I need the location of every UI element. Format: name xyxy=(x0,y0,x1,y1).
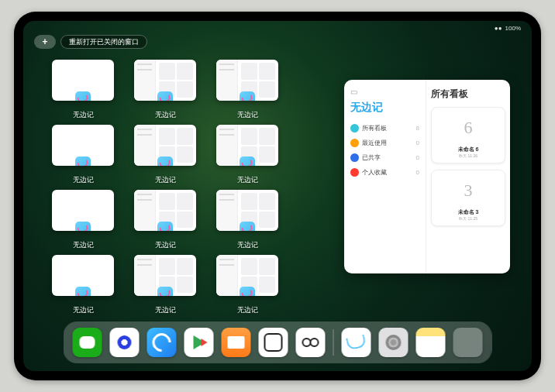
app-window[interactable]: 无边记 xyxy=(133,60,197,120)
add-button[interactable]: + xyxy=(34,35,56,49)
window-thumbnail[interactable] xyxy=(134,125,196,166)
wifi-icon: ●● xyxy=(495,25,502,32)
sidebar-item-label: 个人收藏 xyxy=(362,168,387,177)
window-label: 无边记 xyxy=(155,305,176,315)
window-thumbnail[interactable] xyxy=(216,60,278,101)
panel-main: 所有看板 6未命名 6昨天 11:263未命名 3昨天 11:25 xyxy=(426,80,510,273)
board-timestamp: 昨天 11:26 xyxy=(459,153,477,158)
freeform-badge-icon xyxy=(240,156,255,166)
window-thumbnail[interactable] xyxy=(216,255,278,296)
window-label: 无边记 xyxy=(155,240,176,250)
app-window[interactable]: 无边记 xyxy=(133,190,197,250)
sidebar-item[interactable]: 个人收藏0 xyxy=(350,165,419,180)
freeform-badge-icon xyxy=(157,156,173,166)
window-label: 无边记 xyxy=(73,240,94,250)
app-window[interactable]: 无边记 xyxy=(133,125,197,185)
board-thumbnail: 6 xyxy=(450,112,487,143)
dock-separator xyxy=(333,329,334,356)
browser-icon[interactable] xyxy=(147,328,177,357)
window-thumbnail[interactable] xyxy=(134,190,196,231)
sidebar-item[interactable]: 已共享0 xyxy=(350,150,419,165)
window-label: 无边记 xyxy=(73,305,94,315)
wechat-icon[interactable] xyxy=(73,328,102,357)
sidebar-toggle-icon[interactable]: ▭ xyxy=(350,88,419,96)
play-icon[interactable] xyxy=(184,328,214,357)
top-controls: + 重新打开已关闭的窗口 xyxy=(34,35,147,49)
window-thumbnail[interactable] xyxy=(134,60,196,101)
window-label: 无边记 xyxy=(237,240,258,250)
sidebar-item-label: 所有看板 xyxy=(362,124,387,132)
sidebar-item-count: 0 xyxy=(416,139,419,146)
notes-icon[interactable] xyxy=(416,328,446,357)
preview-panel[interactable]: ••• ▭ 无边记 所有看板8最近使用0已共享0个人收藏0 所有看板 6未命名 … xyxy=(344,80,510,273)
ipad-device-frame: ●● 100% + 重新打开已关闭的窗口 无边记无边记无边记无边记无边记无边记无… xyxy=(14,12,541,380)
sidebar-item-label: 已共享 xyxy=(362,153,381,162)
dock xyxy=(64,322,492,363)
sidebar-item-count: 8 xyxy=(416,125,419,132)
app-switcher-grid: 无边记无边记无边记无边记无边记无边记无边记无边记无边记无边记无边记无边记 xyxy=(51,60,279,315)
window-label: 无边记 xyxy=(237,305,258,315)
freeform-badge-icon xyxy=(75,222,91,231)
app-window[interactable]: 无边记 xyxy=(215,190,279,250)
window-thumbnail[interactable] xyxy=(52,125,114,166)
freeform-badge-icon xyxy=(157,287,173,296)
board-timestamp: 昨天 11:25 xyxy=(459,216,477,221)
screen: ●● 100% + 重新打开已关闭的窗口 无边记无边记无边记无边记无边记无边记无… xyxy=(23,21,532,371)
app-window[interactable]: 无边记 xyxy=(215,60,279,120)
status-bar: ●● 100% xyxy=(23,22,532,33)
quark-icon[interactable] xyxy=(110,328,140,357)
panel-sidebar: ▭ 无边记 所有看板8最近使用0已共享0个人收藏0 xyxy=(344,80,426,273)
window-label: 无边记 xyxy=(237,110,258,120)
app-window[interactable]: 无边记 xyxy=(51,255,115,315)
category-icon xyxy=(350,168,359,177)
app-window[interactable]: 无边记 xyxy=(133,255,197,315)
panel-title: 无边记 xyxy=(350,101,419,115)
books-icon[interactable] xyxy=(222,328,251,357)
freeform-badge-icon xyxy=(157,91,173,101)
category-icon xyxy=(350,139,359,147)
link-icon[interactable] xyxy=(296,328,326,357)
settings-icon[interactable] xyxy=(379,328,408,357)
window-label: 无边记 xyxy=(73,110,94,120)
window-label: 无边记 xyxy=(155,175,176,185)
freeform-icon[interactable] xyxy=(342,328,371,357)
freeform-badge-icon xyxy=(75,156,91,166)
sidebar-item-label: 最近使用 xyxy=(362,139,387,147)
window-thumbnail[interactable] xyxy=(216,125,278,166)
window-label: 无边记 xyxy=(237,175,258,185)
panel-right-title: 所有看板 xyxy=(431,88,505,101)
window-thumbnail[interactable] xyxy=(216,190,278,231)
sidebar-item-count: 0 xyxy=(416,169,419,176)
app-window[interactable]: 无边记 xyxy=(51,125,115,185)
board-label: 未命名 3 xyxy=(458,208,479,216)
app-window[interactable]: 无边记 xyxy=(215,125,279,185)
category-icon xyxy=(350,153,359,162)
freeform-badge-icon xyxy=(75,91,91,101)
window-thumbnail[interactable] xyxy=(52,60,114,101)
app-window[interactable]: 无边记 xyxy=(51,190,115,250)
sidebar-item[interactable]: 最近使用0 xyxy=(350,136,419,150)
window-thumbnail[interactable] xyxy=(134,255,196,296)
dice-icon[interactable] xyxy=(259,328,288,357)
freeform-badge-icon xyxy=(240,222,255,231)
freeform-badge-icon xyxy=(240,287,255,296)
freeform-badge-icon xyxy=(75,287,91,296)
sidebar-item[interactable]: 所有看板8 xyxy=(350,121,419,136)
sidebar-item-count: 0 xyxy=(416,154,419,161)
battery-text: 100% xyxy=(505,25,521,32)
reopen-closed-window-button[interactable]: 重新打开已关闭的窗口 xyxy=(60,35,147,49)
app-window[interactable]: 无边记 xyxy=(215,255,279,315)
category-icon xyxy=(350,124,359,132)
window-thumbnail[interactable] xyxy=(52,255,114,296)
window-label: 无边记 xyxy=(155,110,176,120)
window-label: 无边记 xyxy=(73,175,94,185)
freeform-badge-icon xyxy=(157,222,173,231)
board-thumbnail: 3 xyxy=(450,175,487,206)
freeform-badge-icon xyxy=(240,91,255,101)
app-window[interactable]: 无边记 xyxy=(51,60,115,120)
window-thumbnail[interactable] xyxy=(52,190,114,231)
board-card[interactable]: 6未命名 6昨天 11:26 xyxy=(431,107,505,163)
board-card[interactable]: 3未命名 3昨天 11:25 xyxy=(431,170,505,226)
app-library-icon[interactable] xyxy=(453,328,483,357)
board-label: 未命名 6 xyxy=(458,146,479,153)
